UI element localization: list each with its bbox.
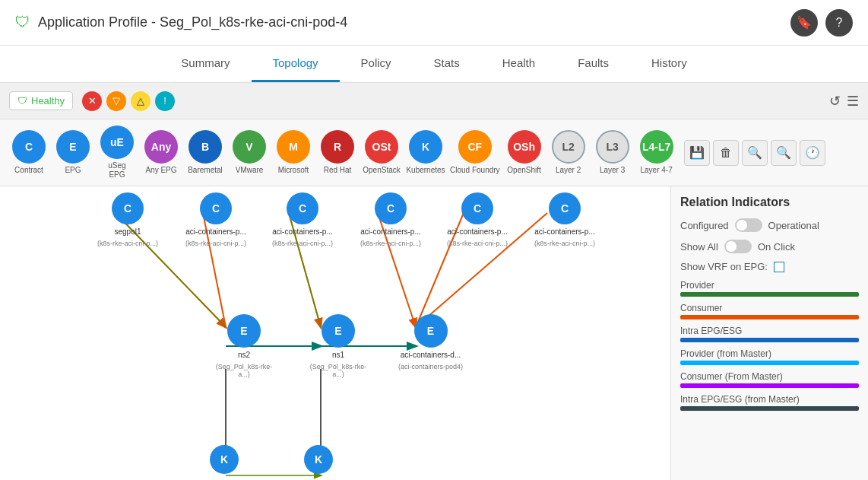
baremetal-circle[interactable]: B	[188, 130, 222, 164]
intra-epg-master-bar	[680, 406, 859, 411]
palette-any-epg[interactable]: Any Any EPG	[141, 130, 181, 175]
cloudfoundry-circle[interactable]: CF	[458, 130, 492, 164]
minor-icon[interactable]: △	[131, 91, 150, 111]
kubernetes-label: Kubernetes	[406, 166, 445, 175]
refresh-button[interactable]: ↺	[829, 93, 841, 110]
tab-summary[interactable]: Summary	[160, 46, 251, 82]
openstack-label: OpenStack	[363, 166, 400, 175]
tab-stats[interactable]: Stats	[413, 46, 481, 82]
show-vrf-label: Show VRF on EPG:	[680, 261, 768, 272]
node-aci-p5[interactable]: C aci-containers-p... (k8s-rke-aci-cni-p…	[534, 192, 595, 247]
menu-button[interactable]: ☰	[847, 93, 859, 110]
layer3-circle[interactable]: L3	[596, 130, 629, 164]
header-right: 🔖 ?	[790, 9, 853, 37]
node-ns1[interactable]: E ns1 (Seg_Pol_k8s-rke-a...)	[304, 314, 372, 378]
delete-palette-button[interactable]: 🗑	[713, 140, 739, 166]
tab-topology[interactable]: Topology	[252, 46, 340, 82]
node-ns2[interactable]: E ns2 (Seg_Pol_k8s-rke-a...)	[210, 314, 278, 378]
contract-circle[interactable]: C	[12, 130, 46, 164]
vmware-circle[interactable]: V	[233, 130, 266, 164]
palette-layer2[interactable]: L2 Layer 2	[549, 130, 588, 175]
legend-section: Provider Consumer Intra EPG/ESG Provider…	[680, 280, 859, 411]
zoom-out-button[interactable]: 🔍	[771, 140, 797, 166]
legend-consumer: Consumer	[680, 303, 859, 319]
on-click-label: On Click	[758, 241, 795, 253]
layer3-label: Layer 3	[600, 166, 625, 175]
topology-canvas[interactable]: C segpol1 (k8s-rke-aci-cni-p...) C aci-c…	[0, 186, 670, 480]
tab-policy[interactable]: Policy	[340, 46, 413, 82]
legend-consumer-master: Consumer (From Master)	[680, 371, 859, 388]
show-all-toggle[interactable]	[724, 240, 752, 253]
node-aci-d[interactable]: E aci-containers-d... (aci-containers-po…	[398, 314, 463, 370]
node-segpol1[interactable]: C segpol1 (k8s-rke-aci-cni-p...)	[97, 192, 158, 247]
node-aci-p3[interactable]: C aci-containers-p... (k8s-rke-aci-cni-p…	[360, 192, 421, 247]
palette-cloudfoundry[interactable]: CF Cloud Foundry	[450, 130, 500, 175]
info-icon[interactable]: !	[155, 91, 175, 111]
epg-circle[interactable]: E	[56, 130, 90, 164]
intra-epg-bar	[680, 338, 859, 342]
error-icon[interactable]: ✕	[82, 91, 102, 111]
healthy-label: Healthy	[31, 95, 65, 106]
provider-master-bar	[680, 361, 859, 365]
layer47-circle[interactable]: L4-L7	[640, 130, 673, 164]
palette-actions: 💾 🗑 🔍 🔍 🕐	[684, 140, 825, 166]
node-k1[interactable]: K	[210, 445, 239, 474]
palette-kubernetes[interactable]: K Kubernetes	[406, 130, 445, 175]
operational-label: Operational	[768, 220, 819, 231]
right-panel: Relation Indicators Configured Operation…	[670, 186, 868, 480]
palette-epg[interactable]: E EPG	[53, 130, 93, 175]
healthy-shield-icon: 🛡	[17, 95, 27, 106]
configured-toggle[interactable]	[735, 218, 762, 232]
healthy-badge: 🛡 Healthy	[9, 91, 73, 110]
help-button[interactable]: ?	[825, 9, 853, 37]
toolbar-icons: ✕ ▽ △ !	[82, 91, 175, 111]
legend-provider: Provider	[680, 280, 859, 297]
bookmark-button[interactable]: 🔖	[790, 9, 818, 37]
node-palette: C Contract E EPG uE uSegEPG Any Any EPG …	[0, 119, 868, 186]
palette-openshift[interactable]: OSh OpenShift	[505, 130, 544, 175]
show-vrf-row: Show VRF on EPG:	[680, 261, 859, 272]
consumer-master-bar	[680, 383, 859, 388]
palette-openstack[interactable]: OSt OpenStack	[362, 130, 401, 175]
useg-epg-circle[interactable]: uE	[100, 126, 134, 159]
shield-icon: 🛡	[15, 14, 30, 31]
history-palette-button[interactable]: 🕐	[800, 140, 825, 166]
palette-useg-epg[interactable]: uE uSegEPG	[97, 126, 137, 180]
redhat-circle[interactable]: R	[321, 130, 354, 164]
kubernetes-circle[interactable]: K	[409, 130, 442, 164]
palette-redhat[interactable]: R Red Hat	[318, 130, 357, 175]
save-palette-button[interactable]: 💾	[684, 140, 710, 166]
tab-health[interactable]: Health	[481, 46, 556, 82]
any-epg-circle[interactable]: Any	[144, 130, 178, 164]
zoom-in-button[interactable]: 🔍	[742, 140, 768, 166]
node-k2[interactable]: K	[304, 445, 333, 474]
palette-microsoft[interactable]: M Microsoft	[274, 130, 313, 175]
legend-intra-epg-master: Intra EPG/ESG (from Master)	[680, 394, 859, 411]
useg-epg-label: uSegEPG	[108, 161, 125, 180]
openshift-circle[interactable]: OSh	[508, 130, 541, 164]
layer47-label: Layer 4-7	[640, 166, 672, 175]
show-vrf-checkbox[interactable]	[774, 262, 784, 272]
microsoft-label: Microsoft	[278, 166, 309, 175]
layer2-circle[interactable]: L2	[552, 130, 585, 164]
warning-icon[interactable]: ▽	[106, 91, 126, 111]
epg-label: EPG	[65, 166, 81, 175]
node-aci-p4[interactable]: C aci-containers-p... (k8s-rke-aci-cni-p…	[447, 192, 508, 247]
palette-layer3[interactable]: L3 Layer 3	[593, 130, 632, 175]
cloudfoundry-label: Cloud Foundry	[450, 166, 500, 175]
palette-vmware[interactable]: V VMware	[230, 130, 269, 175]
consumer-bar	[680, 315, 859, 319]
openstack-circle[interactable]: OSt	[365, 130, 398, 164]
tab-faults[interactable]: Faults	[556, 46, 630, 82]
toolbar: 🛡 Healthy ✕ ▽ △ ! ↺ ☰	[0, 83, 868, 119]
configured-label: Configured	[680, 220, 729, 231]
palette-layer47[interactable]: L4-L7 Layer 4-7	[637, 130, 676, 175]
microsoft-circle[interactable]: M	[277, 130, 310, 164]
node-aci-p1[interactable]: C aci-containers-p... (k8s-rke-aci-cni-p…	[185, 192, 246, 247]
show-all-label: Show All	[680, 241, 718, 253]
palette-baremetal[interactable]: B Baremetal	[185, 130, 225, 175]
layer2-label: Layer 2	[556, 166, 581, 175]
palette-contract[interactable]: C Contract	[9, 130, 49, 175]
tab-history[interactable]: History	[630, 46, 708, 82]
node-aci-p2[interactable]: C aci-containers-p... (k8s-rke-aci-cni-p…	[272, 192, 333, 247]
